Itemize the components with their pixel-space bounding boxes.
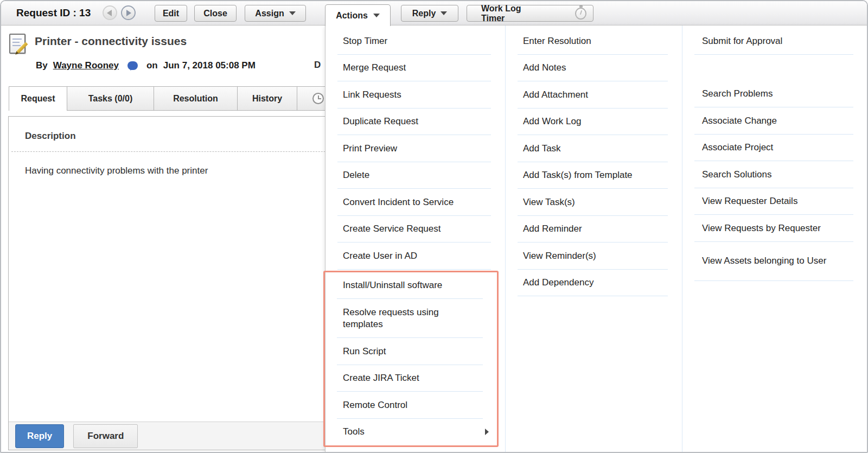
menu-item-create-service-request[interactable]: Create Service Request (326, 216, 505, 243)
menu-item-associate-project[interactable]: Associate Project (682, 135, 867, 162)
menu-item-create-jira-ticket[interactable]: Create JIRA Ticket (325, 365, 497, 392)
chevron-left-icon (107, 10, 112, 16)
stopwatch-icon (575, 8, 586, 20)
request-id-label: Request ID : 13 (16, 1, 91, 25)
request-detail-page: Request ID : 13 Edit Close Assign Action… (0, 0, 868, 453)
comment-bubble-icon[interactable] (127, 61, 138, 70)
chevron-down-icon (441, 11, 447, 15)
close-button-label: Close (203, 9, 227, 18)
clipped-due-label: D (314, 60, 321, 71)
chevron-down-icon (289, 11, 296, 15)
clock-icon (312, 93, 324, 104)
tab-resolution-label: Resolution (173, 94, 218, 104)
menu-item-add-tasks-from-template[interactable]: Add Task(s) from Template (506, 162, 682, 189)
work-log-timer-label: Work Log Timer (481, 4, 545, 23)
chevron-right-icon (126, 10, 131, 16)
pencil-icon (16, 42, 28, 53)
description-heading: Description (25, 131, 76, 142)
actions-dropdown-menu: Stop Timer Merge Request Link Requests D… (325, 25, 867, 453)
menu-item-link-requests[interactable]: Link Requests (326, 81, 505, 109)
menu-item-view-requests-by-requester[interactable]: View Requests by Requester (682, 215, 867, 242)
tab-resolution[interactable]: Resolution (154, 86, 238, 111)
menu-item-add-task[interactable]: Add Task (506, 135, 682, 162)
forward-button-label: Forward (87, 431, 124, 442)
toolbar: Request ID : 13 Edit Close Assign Action… (1, 1, 867, 25)
menu-item-add-attachment[interactable]: Add Attachment (506, 81, 682, 109)
menu-item-add-notes[interactable]: Add Notes (506, 55, 682, 82)
menu-item-add-dependency[interactable]: Add Dependency (506, 270, 682, 297)
menu-item-resolve-requests-using-templates[interactable]: Resolve requests using templates (325, 299, 497, 338)
reply-button-label: Reply (412, 9, 436, 18)
forward-button[interactable]: Forward (73, 424, 138, 448)
tab-request-label: Request (21, 94, 55, 104)
assign-button-label: Assign (255, 9, 284, 18)
tab-request[interactable]: Request (9, 86, 67, 111)
highlighted-actions-box: Install/Uninstall software Resolve reque… (323, 271, 499, 448)
menu-item-install-uninstall-software[interactable]: Install/Uninstall software (325, 272, 497, 299)
previous-request-button[interactable] (103, 5, 117, 20)
menu-item-print-preview[interactable]: Print Preview (326, 135, 505, 162)
menu-item-view-tasks[interactable]: View Task(s) (506, 189, 682, 216)
actions-button-label: Actions (336, 11, 368, 21)
on-label: on (146, 60, 158, 71)
menu-item-associate-change[interactable]: Associate Change (682, 107, 867, 135)
menu-item-search-solutions[interactable]: Search Solutions (682, 161, 867, 188)
menu-item-run-script[interactable]: Run Script (325, 338, 497, 365)
reply-dropdown-button[interactable]: Reply (401, 5, 458, 22)
tab-history-label: History (252, 94, 282, 104)
request-datetime: Jun 7, 2018 05:08 PM (163, 60, 256, 71)
menu-item-add-reminder[interactable]: Add Reminder (506, 216, 682, 243)
edit-button[interactable]: Edit (155, 5, 187, 22)
actions-menu-column-2: Enter Resolution Add Notes Add Attachmen… (506, 25, 682, 453)
actions-menu-column-3: Submit for Approval Search Problems Asso… (682, 25, 867, 453)
assign-dropdown-button[interactable]: Assign (245, 5, 306, 22)
close-button[interactable]: Close (194, 5, 237, 22)
clipped-next-item-separator (326, 447, 505, 453)
requester-name-link[interactable]: Wayne Rooney (53, 60, 119, 71)
request-title: Printer - connectivity issues (35, 35, 187, 48)
actions-menu-column-1: Stop Timer Merge Request Link Requests D… (326, 25, 506, 453)
actions-dropdown-button[interactable]: Actions (325, 4, 391, 26)
request-note-icon (9, 34, 25, 54)
menu-item-view-requester-details[interactable]: View Requester Details (682, 188, 867, 215)
menu-item-remote-control[interactable]: Remote Control (325, 392, 497, 419)
next-request-button[interactable] (121, 5, 136, 20)
by-label: By (36, 60, 48, 71)
menu-item-search-problems[interactable]: Search Problems (682, 81, 867, 108)
menu-item-add-work-log[interactable]: Add Work Log (506, 109, 682, 136)
submenu-arrow-icon (485, 429, 489, 435)
menu-item-duplicate-request[interactable]: Duplicate Request (326, 109, 505, 136)
tab-tasks-label: Tasks (0/0) (88, 94, 133, 104)
menu-item-convert-incident-to-service[interactable]: Convert Incident to Service (326, 189, 505, 216)
menu-item-merge-request[interactable]: Merge Request (326, 55, 505, 82)
request-byline: By Wayne Rooney on Jun 7, 2018 05:08 PM (36, 59, 256, 73)
reply-button[interactable]: Reply (15, 424, 64, 448)
menu-item-enter-resolution[interactable]: Enter Resolution (506, 28, 682, 55)
edit-button-label: Edit (163, 9, 179, 18)
reply-button-label: Reply (27, 431, 52, 442)
menu-item-view-assets-belonging-to-user[interactable]: View Assets belonging to User (682, 242, 867, 281)
menu-item-stop-timer[interactable]: Stop Timer (326, 28, 505, 55)
menu-item-create-user-in-ad[interactable]: Create User in AD (326, 243, 505, 270)
menu-spacer (682, 55, 867, 81)
menu-item-view-reminders[interactable]: View Reminder(s) (506, 243, 682, 270)
work-log-timer-button[interactable]: Work Log Timer (467, 5, 593, 22)
tab-history[interactable]: History (237, 86, 297, 111)
menu-item-delete[interactable]: Delete (326, 162, 505, 189)
chevron-down-icon (373, 14, 380, 17)
tab-tasks[interactable]: Tasks (0/0) (67, 86, 154, 111)
description-text: Having connectivity problems with the pr… (25, 165, 208, 176)
menu-item-submit-for-approval[interactable]: Submit for Approval (682, 28, 867, 55)
menu-item-tools[interactable]: Tools (325, 419, 497, 446)
